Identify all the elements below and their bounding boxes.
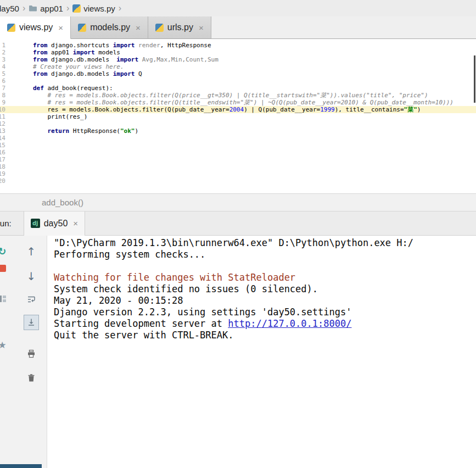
scrollbar-thumb[interactable] bbox=[474, 55, 475, 103]
close-icon[interactable]: × bbox=[199, 23, 204, 32]
line-number[interactable]: 16 bbox=[0, 149, 7, 156]
code-segment: # Create your views here. bbox=[33, 63, 124, 70]
line-number[interactable]: 17 bbox=[0, 156, 7, 163]
close-icon[interactable]: × bbox=[73, 219, 78, 228]
tab-models-py[interactable]: models.py× bbox=[71, 16, 148, 39]
code-line[interactable]: 18 bbox=[0, 163, 476, 170]
code-text bbox=[7, 149, 33, 156]
close-icon[interactable]: × bbox=[136, 23, 141, 32]
code-line[interactable]: 4# Create your views here. bbox=[0, 63, 476, 70]
code-line[interactable]: 15 bbox=[0, 142, 476, 149]
line-number-text: 16 bbox=[0, 149, 5, 156]
python-file-icon bbox=[155, 24, 164, 32]
pycharm-window: day50›app01›views.py› views.py×models.py… bbox=[0, 0, 476, 468]
run-tab-day50[interactable]: dj day50 × bbox=[24, 211, 85, 236]
tab-urls-py[interactable]: urls.py× bbox=[148, 16, 211, 39]
soft-wrap-button[interactable] bbox=[24, 292, 39, 307]
line-number-text: 9 bbox=[2, 99, 5, 106]
line-number[interactable]: 1 bbox=[0, 42, 7, 49]
close-icon[interactable]: × bbox=[58, 23, 63, 32]
code-text: # res = models.Book.objects.filter(Q(pri… bbox=[7, 92, 428, 99]
line-number[interactable]: 4 bbox=[0, 63, 7, 70]
line-number[interactable]: 12 bbox=[0, 120, 7, 127]
line-number[interactable]: 7 bbox=[0, 85, 7, 92]
code-line[interactable]: 9 # res = models.Book.objects.filter(Q(t… bbox=[0, 99, 476, 106]
code-line[interactable]: 20 bbox=[0, 177, 476, 185]
code-editor[interactable]: 1from django.shortcuts import render, Ht… bbox=[0, 39, 476, 193]
code-line[interactable]: 8 # res = models.Book.objects.filter(Q(p… bbox=[0, 92, 476, 99]
context-breadcrumb[interactable]: add_book() bbox=[42, 198, 83, 207]
line-number[interactable]: 14 bbox=[0, 135, 7, 142]
console-text: Starting development server at bbox=[54, 318, 228, 329]
console-text: Django version 2.2.3, using settings 'da… bbox=[54, 307, 351, 317]
line-number-text: 13 bbox=[0, 127, 5, 135]
tab-bar-filler bbox=[211, 16, 476, 39]
breadcrumb-item-day50[interactable]: day50 bbox=[0, 4, 21, 13]
code-line[interactable]: 13 return HttpResponse("ok") bbox=[0, 127, 476, 135]
code-line[interactable]: 11 print(res_) bbox=[0, 113, 476, 120]
run-toolwindow-header: Run: dj day50 × bbox=[0, 211, 476, 236]
code-segment: 2004 bbox=[229, 106, 244, 113]
stop-button[interactable] bbox=[0, 261, 10, 275]
breadcrumb-item-views-py[interactable]: views.py bbox=[71, 4, 117, 13]
code-line[interactable]: 5from django.db.models import Q bbox=[0, 70, 476, 77]
editor-tab-bar: views.py×models.py×urls.py× bbox=[0, 16, 476, 39]
code-line[interactable]: 12 bbox=[0, 120, 476, 127]
code-segment: # res = models.Book.objects.filter(Q(tit… bbox=[33, 99, 453, 106]
rerun-button[interactable]: ↻ bbox=[0, 244, 10, 259]
code-line[interactable]: 16 bbox=[0, 149, 476, 156]
code-line[interactable]: 1from django.shortcuts import render, Ht… bbox=[0, 42, 476, 49]
code-segment: from bbox=[33, 56, 48, 63]
code-text bbox=[7, 177, 33, 185]
line-number[interactable]: 20 bbox=[0, 177, 7, 185]
code-text: return HttpResponse("ok") bbox=[7, 127, 138, 135]
star-button[interactable]: ★ bbox=[0, 338, 10, 352]
soft-wrap-icon bbox=[27, 295, 36, 304]
code-line[interactable]: 14 bbox=[0, 135, 476, 142]
code-segment: ), title__contains= bbox=[335, 106, 404, 113]
print-icon bbox=[27, 349, 36, 358]
line-number[interactable]: 3 bbox=[0, 56, 7, 63]
down-button[interactable]: ↓ bbox=[24, 269, 39, 283]
code-text: from django.db.models import Avg,Max,Min… bbox=[7, 56, 219, 63]
code-segment: res = models.Book.objects.filter(Q(pub_d… bbox=[33, 106, 229, 113]
code-line[interactable]: 17 bbox=[0, 156, 476, 163]
breadcrumb-item-app01[interactable]: app01 bbox=[27, 4, 65, 13]
line-number[interactable]: 10 bbox=[0, 106, 7, 113]
line-number[interactable]: 11 bbox=[0, 113, 7, 120]
console-line: Starting development server at http://12… bbox=[54, 318, 476, 330]
print-button[interactable] bbox=[24, 347, 39, 361]
python-file-icon bbox=[7, 24, 15, 32]
line-number[interactable]: 13 bbox=[0, 127, 7, 135]
code-line[interactable]: 3from django.db.models import Avg,Max,Mi… bbox=[0, 56, 476, 63]
console-output[interactable]: "D:\PyCharm 2019.1.3\bin\runnerw64.exe" … bbox=[47, 236, 476, 468]
line-number[interactable]: 19 bbox=[0, 170, 7, 177]
up-button[interactable]: ↑ bbox=[24, 244, 39, 259]
code-line[interactable]: 6 bbox=[0, 77, 476, 85]
line-number[interactable]: 9 bbox=[0, 99, 7, 106]
line-number-text: 7 bbox=[2, 85, 5, 92]
code-line[interactable]: 2from app01 import models bbox=[0, 49, 476, 56]
line-number[interactable]: 6 bbox=[0, 77, 7, 85]
code-segment: def bbox=[33, 85, 44, 92]
line-number[interactable]: 5 bbox=[0, 70, 7, 77]
up-icon: ↑ bbox=[27, 246, 36, 257]
code-segment: Avg,Max,Min,Count,Sum bbox=[138, 56, 219, 63]
layout-button[interactable] bbox=[0, 292, 10, 306]
code-line[interactable]: 10 res = models.Book.objects.filter(Q(pu… bbox=[0, 106, 476, 113]
code-line[interactable]: 7def add_book(request): bbox=[0, 85, 476, 92]
line-number-text: 6 bbox=[2, 77, 5, 85]
scroll-to-end-button[interactable] bbox=[24, 315, 39, 330]
console-link[interactable]: http://127.0.0.1:8000/ bbox=[228, 318, 351, 329]
line-number[interactable]: 15 bbox=[0, 142, 7, 149]
line-number[interactable]: 8 bbox=[0, 92, 7, 99]
tab-views-py[interactable]: views.py× bbox=[0, 16, 71, 39]
run-label: Run: bbox=[0, 219, 12, 228]
down-icon: ↓ bbox=[27, 271, 36, 282]
line-number[interactable]: 2 bbox=[0, 49, 7, 56]
code-line[interactable]: 19 bbox=[0, 170, 476, 177]
line-number[interactable]: 18 bbox=[0, 163, 7, 170]
clear-button[interactable] bbox=[24, 371, 39, 385]
line-number-text: 17 bbox=[0, 156, 5, 163]
code-text: from app01 import models bbox=[7, 49, 120, 56]
